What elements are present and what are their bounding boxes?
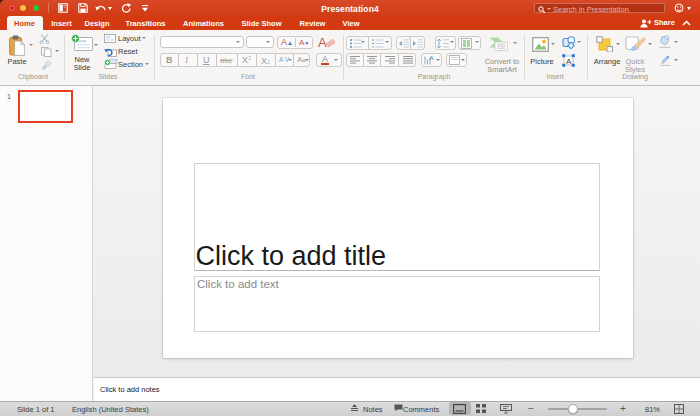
svg-text:A: A — [430, 55, 434, 61]
svg-text:A: A — [566, 57, 572, 66]
svg-text:A: A — [318, 35, 327, 49]
